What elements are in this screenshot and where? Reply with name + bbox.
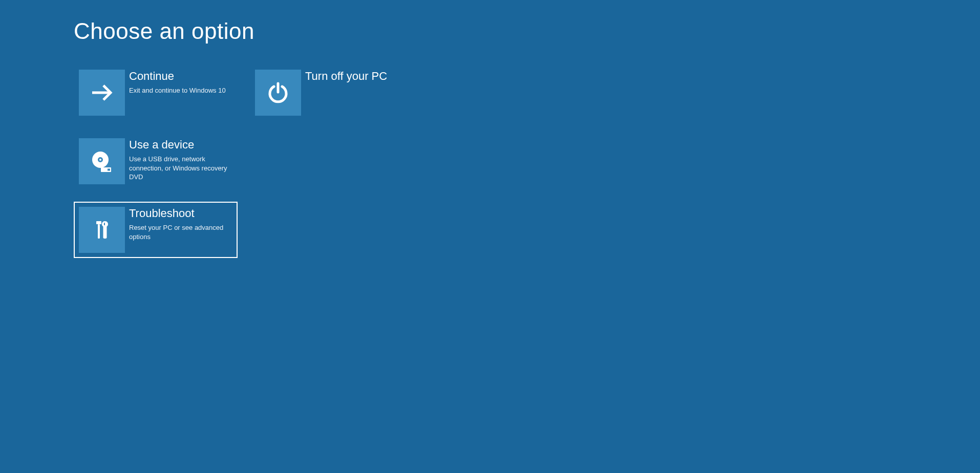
tile-text: Continue Exit and continue to Windows 10	[125, 70, 232, 95]
option-title: Turn off your PC	[305, 70, 409, 83]
option-desc: Exit and continue to Windows 10	[129, 86, 232, 95]
tools-icon	[79, 207, 125, 253]
option-title: Continue	[129, 70, 232, 83]
option-title: Troubleshoot	[129, 207, 232, 220]
svg-point-3	[99, 159, 101, 161]
option-desc: Use a USB drive, network connection, or …	[129, 155, 232, 182]
option-troubleshoot[interactable]: Troubleshoot Reset your PC or see advanc…	[74, 202, 238, 258]
tile-text: Troubleshoot Reset your PC or see advanc…	[125, 207, 232, 241]
svg-rect-7	[96, 221, 101, 224]
options-column-right: Turn off your PC	[250, 64, 414, 258]
option-turn-off[interactable]: Turn off your PC	[250, 64, 414, 121]
option-title: Use a device	[129, 138, 232, 152]
options-grid: Continue Exit and continue to Windows 10	[74, 64, 980, 258]
recovery-options-screen: Choose an option Continue Exit and conti…	[0, 0, 980, 258]
disc-usb-icon	[79, 138, 125, 184]
arrow-right-icon	[79, 70, 125, 116]
tile-text: Turn off your PC	[301, 70, 409, 86]
option-desc: Reset your PC or see advanced options	[129, 223, 232, 241]
options-column-left: Continue Exit and continue to Windows 10	[74, 64, 238, 258]
option-use-device[interactable]: Use a device Use a USB drive, network co…	[74, 133, 238, 189]
option-continue[interactable]: Continue Exit and continue to Windows 10	[74, 64, 238, 121]
power-icon	[255, 70, 301, 116]
tile-text: Use a device Use a USB drive, network co…	[125, 138, 232, 182]
page-title: Choose an option	[74, 18, 980, 44]
svg-rect-5	[108, 169, 110, 171]
svg-rect-6	[98, 224, 100, 239]
